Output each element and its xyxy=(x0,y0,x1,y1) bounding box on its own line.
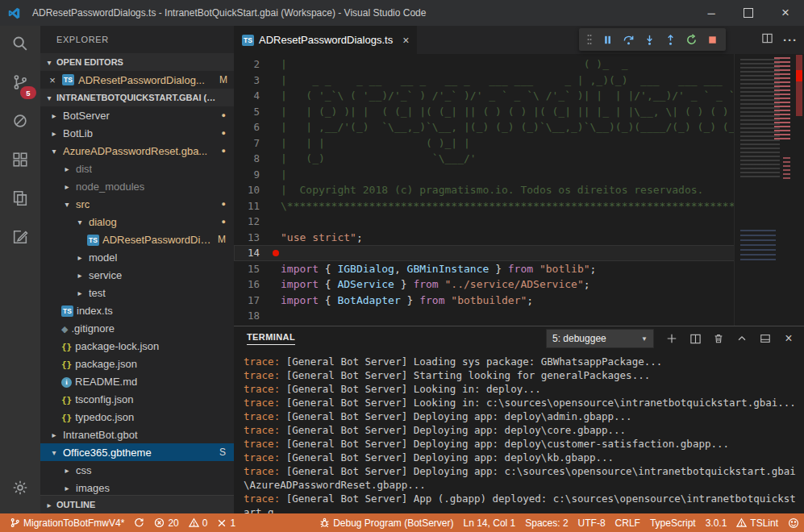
line-number: 16 xyxy=(234,276,271,293)
tab-terminal[interactable]: TERMINAL xyxy=(247,332,295,345)
code-line-6[interactable]: 6| | ,__/'(_) `\__,_)`\__, |(_) (_) (_)`… xyxy=(234,119,804,135)
minimize-button[interactable]: ─ xyxy=(693,0,730,26)
workspace-header[interactable]: ▾ INTRANETBOTQUICKSTART.GBAI (WO... xyxy=(40,89,234,106)
status-sync[interactable] xyxy=(129,513,149,532)
tree-item-botlib[interactable]: ▸BotLib● xyxy=(40,124,234,142)
tree-item-images[interactable]: ▸images xyxy=(40,479,234,496)
code-line-3[interactable]: 3| _ _ _ __ __ _ __ _ ___ ___ _ | ,_)(_)… xyxy=(234,73,804,89)
tree-item-package-lock-json[interactable]: {}package-lock.json xyxy=(40,337,234,355)
tree-item-service[interactable]: ▸service xyxy=(40,266,234,284)
activity-extensions[interactable] xyxy=(0,142,40,181)
code-line-15[interactable]: 15import { IGBDialog, GBMinInstance } fr… xyxy=(234,261,804,277)
maximize-button[interactable] xyxy=(730,0,767,26)
line-number: 4 xyxy=(234,88,271,104)
tree-item-tsconfig-json[interactable]: {}tsconfig.json xyxy=(40,390,234,408)
status-eol[interactable]: CRLF xyxy=(610,513,645,532)
tree-item-package-json[interactable]: {}package.json xyxy=(40,355,234,372)
tab-adresetpassworddialogs-ts[interactable]: TS ADResetPasswordDialogs.ts × xyxy=(234,26,418,54)
code-line-18[interactable]: 18 xyxy=(234,308,804,324)
move-panel-icon[interactable] xyxy=(758,331,773,346)
status-feedback[interactable] xyxy=(783,513,804,532)
status-debug-program[interactable]: Debug Program (BotServer) xyxy=(315,513,458,532)
code-line-13[interactable]: 13"use strict"; xyxy=(234,230,804,246)
git-modified-dot: ● xyxy=(222,129,226,137)
tree-item-azureadpasswordreset-gba[interactable]: ▾AzureADPasswordReset.gba...● xyxy=(40,142,234,160)
code-line-9[interactable]: 9| | xyxy=(234,167,804,183)
minimap[interactable] xyxy=(734,54,793,326)
tree-item-node-modules[interactable]: ▸node_modules xyxy=(40,177,234,195)
status-encoding[interactable]: UTF-8 xyxy=(573,513,610,532)
code-line-8[interactable]: 8| (_) `\___/' | xyxy=(234,151,804,167)
tree-item-src[interactable]: ▾src● xyxy=(40,195,234,213)
extensions-icon xyxy=(11,151,29,172)
code-line-14[interactable]: 14 xyxy=(234,245,804,261)
tree-item-dist[interactable]: ▸dist xyxy=(40,160,234,177)
split-editor-icon[interactable] xyxy=(761,32,773,48)
outline-header[interactable]: ▸ OUTLINE xyxy=(40,495,234,513)
open-editors-header[interactable]: ▾ OPEN EDITORS xyxy=(40,53,234,71)
status-warnings[interactable]: 0 xyxy=(184,513,213,532)
tree-item-intranetbot-gbot[interactable]: ▸IntranetBot.gbot xyxy=(40,426,234,443)
status-version[interactable]: 3.0.1 xyxy=(701,513,732,532)
activity-debug[interactable] xyxy=(0,103,40,142)
close-icon[interactable]: × xyxy=(47,74,58,86)
terminal-output[interactable]: trace: [General Bot Server] Loading sys … xyxy=(234,351,804,514)
code-editor[interactable]: 2| ( )_ _ |3| _ _ _ __ __ _ __ _ ___ ___… xyxy=(234,54,804,326)
code-line-12[interactable]: 12 xyxy=(234,214,804,230)
tree-item-typedoc-json[interactable]: {}typedoc.json xyxy=(40,408,234,426)
tree-item-office365-gbtheme[interactable]: ▾Office365.gbthemeS xyxy=(40,443,234,461)
status-language-mode[interactable]: TypeScript xyxy=(645,513,701,532)
code-line-4[interactable]: 4| ( '_`\ ( '__)/'_` ) /'_` )/' _ ` _ `\… xyxy=(234,88,804,104)
close-window-button[interactable]: × xyxy=(767,0,804,26)
step-into-button[interactable] xyxy=(644,34,656,46)
split-terminal-icon[interactable] xyxy=(688,331,702,346)
tree-item-css[interactable]: ▸css xyxy=(40,461,234,479)
code-line-2[interactable]: 2| ( )_ _ | xyxy=(234,56,804,73)
activity-source-control[interactable]: 5 xyxy=(0,64,40,103)
tree-item-test[interactable]: ▸test xyxy=(40,284,234,301)
code-line-7[interactable]: 7| | | ( )_| | | xyxy=(234,135,804,152)
tree-item-adresetpassworddial[interactable]: TSADResetPasswordDial...M xyxy=(40,231,234,248)
more-actions-icon[interactable]: ··· xyxy=(783,33,798,48)
tree-item-botserver[interactable]: ▸BotServer● xyxy=(40,106,234,124)
code-line-17[interactable]: 17import { BotAdapter } from "botbuilder… xyxy=(234,293,804,309)
new-terminal-icon[interactable] xyxy=(664,331,679,346)
status-indentation[interactable]: Spaces: 2 xyxy=(520,513,573,532)
code-line-5[interactable]: 5| | (_) )| | ( (_| |( (_| || ( ) ( ) |(… xyxy=(234,104,804,120)
step-out-button[interactable] xyxy=(664,34,677,46)
pause-button[interactable] xyxy=(602,34,614,46)
activity-explorer[interactable] xyxy=(0,181,40,219)
code-line-10[interactable]: 10| Copyright 2018 (c) pragmatismo.io. T… xyxy=(234,182,804,198)
terminal-header: TERMINAL 5: debuggee ▼ × xyxy=(234,326,804,351)
activity-settings[interactable] xyxy=(0,470,40,509)
status-tasks[interactable]: 1 xyxy=(212,513,240,532)
status-git-branch[interactable]: MigrationToBotFmwV4* xyxy=(5,513,129,532)
status-text: 0 xyxy=(202,517,208,529)
close-panel-icon[interactable]: × xyxy=(781,331,796,346)
terminal-line: trace: [General Bot Server] Deploying ap… xyxy=(244,437,798,451)
tree-item-readme-md[interactable]: iREADME.md xyxy=(40,372,234,390)
code-line-16[interactable]: 16import { ADService } from "../service/… xyxy=(234,276,804,293)
restart-button[interactable] xyxy=(685,34,698,46)
close-tab-icon[interactable]: × xyxy=(402,34,409,47)
open-editor-item[interactable]: × TS ADResetPasswordDialog... M xyxy=(40,71,234,89)
step-over-button[interactable] xyxy=(623,34,635,46)
terminal-line: trace: [General Bot Server] Deploying ap… xyxy=(244,464,798,492)
typescript-file-icon: TS xyxy=(242,35,254,46)
activity-edit[interactable] xyxy=(0,219,40,258)
tree-item-index-ts[interactable]: TSindex.ts xyxy=(40,301,234,319)
code-line-11[interactable]: 11\*************************************… xyxy=(234,198,804,214)
status-cursor-position[interactable]: Ln 14, Col 1 xyxy=(459,513,521,532)
code-text: | | (_) )| | ( (_| |( (_| || ( ) ( ) |( … xyxy=(271,104,773,120)
drag-handle-icon[interactable] xyxy=(586,33,593,46)
status-errors[interactable]: 20 xyxy=(149,513,183,532)
tree-item-model[interactable]: ▸model xyxy=(40,248,234,266)
terminal-selector[interactable]: 5: debuggee ▼ xyxy=(546,329,654,348)
kill-terminal-icon[interactable] xyxy=(711,331,726,346)
stop-button[interactable] xyxy=(706,34,719,46)
tree-item-gitignore[interactable]: ◆.gitignore xyxy=(40,319,234,337)
maximize-panel-icon[interactable] xyxy=(735,331,749,346)
tree-item-dialog[interactable]: ▾dialog● xyxy=(40,213,234,231)
activity-search[interactable] xyxy=(0,26,40,64)
status-tslint[interactable]: TSLint xyxy=(731,513,783,532)
